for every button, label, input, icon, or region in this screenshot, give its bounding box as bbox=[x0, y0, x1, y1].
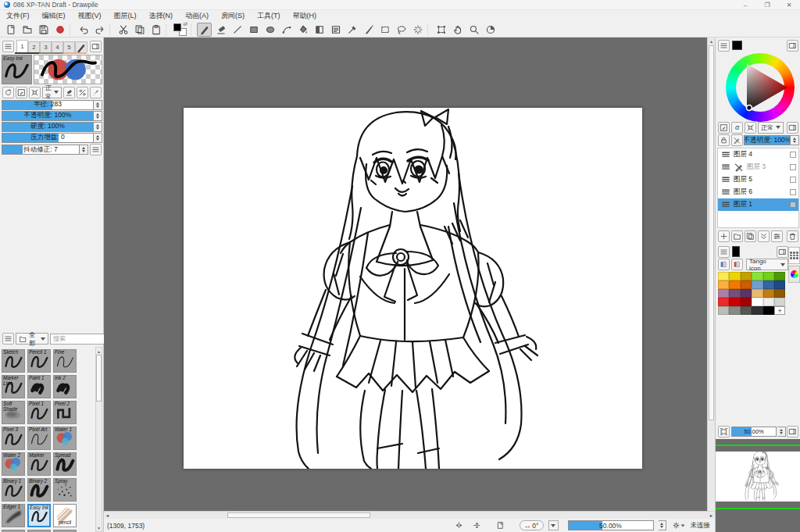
magic-wand-button[interactable] bbox=[410, 23, 425, 37]
layer-row[interactable]: 图层 1 bbox=[718, 198, 798, 211]
layer-properties-button[interactable] bbox=[771, 230, 783, 242]
brush-preset-water-2[interactable]: Water 2 bbox=[2, 452, 25, 476]
current-color-swatch[interactable] bbox=[732, 41, 742, 50]
menu-item[interactable]: 视图(V) bbox=[72, 10, 108, 22]
pigment-mode-button[interactable] bbox=[16, 87, 27, 98]
spread-button[interactable] bbox=[29, 87, 41, 98]
drawing-canvas[interactable] bbox=[184, 108, 642, 469]
scroll-up-icon[interactable]: ▲ bbox=[708, 37, 715, 45]
select-rect-button[interactable] bbox=[377, 23, 392, 37]
undo-button[interactable] bbox=[76, 23, 91, 37]
annotation-button[interactable] bbox=[328, 23, 343, 37]
reset-brush-button[interactable] bbox=[2, 87, 14, 98]
scroll-left-icon[interactable]: ◄ bbox=[104, 512, 111, 519]
redo-button[interactable] bbox=[92, 23, 107, 37]
rotation-control[interactable]: ↔ 0° bbox=[520, 520, 544, 530]
rect-tool-button[interactable] bbox=[246, 23, 261, 37]
brush-preset-spray[interactable]: Spray bbox=[53, 478, 77, 502]
layer-row[interactable]: 图层 6 bbox=[718, 186, 798, 198]
palette-swatch[interactable] bbox=[752, 298, 762, 306]
zoom-button[interactable] bbox=[466, 23, 481, 37]
palette-dock-menu-button[interactable] bbox=[718, 246, 730, 258]
brush-settings-button[interactable] bbox=[90, 87, 102, 98]
brush-slot-tab-2[interactable]: 2 bbox=[28, 41, 40, 52]
palette-swatch[interactable] bbox=[741, 280, 752, 289]
view-settings-button[interactable] bbox=[672, 520, 685, 531]
flip-view-button[interactable] bbox=[453, 520, 465, 531]
layer-opacity-slider[interactable]: 不透明度: 100% bbox=[744, 135, 791, 145]
new-file-button[interactable] bbox=[3, 23, 18, 37]
percent-mode-button[interactable] bbox=[77, 87, 88, 98]
brush-preset-ink-2[interactable]: Ink 2 bbox=[53, 375, 77, 398]
slider-spinner[interactable] bbox=[94, 100, 102, 110]
brush-preset-fine[interactable]: Fine bbox=[53, 349, 77, 373]
palette-select[interactable]: Tango icon bbox=[746, 259, 788, 270]
navigator-preview[interactable] bbox=[716, 439, 800, 532]
layer-expand-button[interactable] bbox=[745, 122, 756, 134]
cut-button[interactable] bbox=[116, 23, 130, 37]
palette-swatch[interactable] bbox=[729, 280, 740, 289]
palette-swatch[interactable] bbox=[741, 289, 752, 298]
color-dock-menu-button[interactable] bbox=[718, 40, 730, 52]
brush-preset-marker-line[interactable]: Marker Line bbox=[2, 375, 25, 398]
brush-preset-pixel-1[interactable]: Pixel 1 bbox=[27, 401, 51, 424]
fit-page-button[interactable] bbox=[495, 520, 506, 531]
palette-swatch[interactable] bbox=[729, 306, 740, 315]
preset-scrollbar[interactable]: ▲ ▼ bbox=[95, 347, 102, 532]
gradient-button[interactable] bbox=[312, 23, 327, 37]
palette-swatch[interactable] bbox=[774, 289, 785, 298]
canvas-hscrollbar[interactable]: ◄ ► bbox=[104, 511, 715, 519]
menu-item[interactable]: 帮助(H) bbox=[287, 10, 323, 22]
brush-blend-mode-select[interactable]: 正常 bbox=[42, 87, 62, 98]
brush-slot-tab-1[interactable]: 1 bbox=[16, 40, 28, 52]
palette-swatch[interactable] bbox=[774, 298, 785, 306]
eraser-button[interactable] bbox=[213, 23, 228, 37]
navigator-config-button[interactable] bbox=[787, 426, 798, 437]
save-button[interactable] bbox=[36, 23, 51, 37]
inspector-button[interactable] bbox=[483, 23, 498, 37]
color-wheel[interactable] bbox=[726, 53, 795, 122]
palette-swatch[interactable] bbox=[718, 289, 729, 298]
delete-layer-button[interactable] bbox=[787, 230, 798, 242]
brush-dock-config-button[interactable] bbox=[90, 41, 102, 52]
palette-swatch[interactable] bbox=[752, 306, 762, 315]
merge-layer-button[interactable] bbox=[758, 230, 770, 242]
palette-swatch[interactable] bbox=[763, 289, 774, 298]
palette-swatch[interactable] bbox=[774, 280, 785, 289]
color-dock-config-button[interactable] bbox=[787, 40, 798, 52]
palette-swatch[interactable] bbox=[718, 298, 729, 306]
brush-preset-pixel-3[interactable]: Pixel 3 bbox=[2, 427, 25, 450]
bezier-button[interactable] bbox=[279, 23, 294, 37]
layer-view-mode-button[interactable] bbox=[718, 122, 730, 134]
transform-button[interactable] bbox=[434, 23, 448, 37]
scroll-up-icon[interactable]: ▲ bbox=[96, 348, 102, 355]
color-picker-button[interactable] bbox=[345, 23, 359, 37]
foreground-background-swatches[interactable]: ⇄ bbox=[173, 23, 187, 36]
brush-preset-binary-1[interactable]: Binary 1 bbox=[2, 478, 25, 502]
layer-censor-button[interactable] bbox=[731, 134, 743, 146]
close-button[interactable]: ✕ bbox=[778, 0, 800, 10]
palette-swatch[interactable] bbox=[763, 298, 774, 306]
record-button[interactable] bbox=[52, 23, 67, 37]
layers-dock-config-button[interactable] bbox=[787, 122, 798, 134]
slider-spinner[interactable] bbox=[94, 111, 102, 121]
tab-color-wheel[interactable] bbox=[788, 266, 800, 283]
mirror-view-button[interactable] bbox=[471, 520, 483, 531]
palette-swatch[interactable] bbox=[763, 280, 774, 289]
palette-swatch[interactable] bbox=[718, 272, 729, 280]
menu-item[interactable]: 动画(A) bbox=[179, 10, 215, 22]
brush-preset-easy-ink[interactable]: Easy Ink bbox=[27, 504, 51, 527]
tab-palette[interactable] bbox=[788, 247, 800, 264]
laser-button[interactable] bbox=[361, 23, 376, 37]
menu-item[interactable]: 编辑(E) bbox=[36, 10, 72, 22]
layer-row[interactable]: 图层 4 bbox=[718, 148, 798, 161]
swap-colors-icon[interactable]: ⇄ bbox=[183, 21, 188, 27]
preset-filter-select[interactable]: 全部 bbox=[16, 333, 48, 345]
palette-swatch[interactable] bbox=[752, 280, 762, 289]
brush-tab-pen[interactable] bbox=[75, 41, 88, 52]
brush-preset-thumbnail[interactable]: Easy Ink bbox=[2, 55, 32, 84]
pan-button[interactable] bbox=[450, 23, 465, 37]
menu-item[interactable]: 房间(S) bbox=[215, 10, 251, 22]
add-group-button[interactable] bbox=[731, 230, 743, 242]
palette-swatch[interactable] bbox=[741, 298, 752, 306]
